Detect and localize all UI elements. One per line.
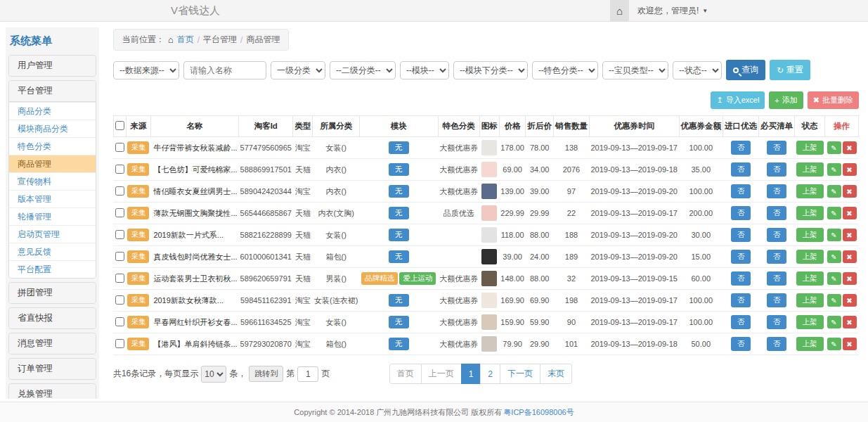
page-button-1[interactable]: 1 bbox=[461, 364, 481, 384]
import-pick-toggle[interactable]: 否 bbox=[731, 141, 751, 155]
import-pick-toggle[interactable]: 否 bbox=[731, 228, 751, 242]
edit-button[interactable]: ✎ bbox=[827, 163, 841, 176]
import-excel-button[interactable]: ↥ 导入excel bbox=[711, 91, 765, 109]
must-buy-toggle[interactable]: 否 bbox=[767, 206, 787, 220]
page-button-上一页[interactable]: 上一页 bbox=[421, 364, 462, 384]
icp-link[interactable]: 粤ICP备16098006号 bbox=[503, 407, 574, 418]
must-buy-toggle[interactable]: 否 bbox=[767, 162, 787, 177]
sidebar-item-兑换管理[interactable]: 兑换管理 bbox=[9, 384, 96, 399]
import-pick-toggle[interactable]: 否 bbox=[731, 337, 751, 351]
status-toggle[interactable]: 上架 bbox=[796, 293, 824, 307]
must-buy-toggle[interactable]: 否 bbox=[767, 271, 787, 286]
delete-button[interactable]: ✖ bbox=[843, 250, 857, 263]
must-buy-toggle[interactable]: 否 bbox=[767, 293, 787, 307]
must-buy-toggle[interactable]: 否 bbox=[767, 184, 787, 198]
sidebar-item-版本管理[interactable]: 版本管理 bbox=[9, 190, 96, 207]
delete-button[interactable]: ✖ bbox=[843, 207, 857, 219]
must-buy-toggle[interactable]: 否 bbox=[767, 228, 787, 242]
sidebar-item-宣传物料[interactable]: 宣传物料 bbox=[9, 172, 96, 190]
page-button-末页[interactable]: 末页 bbox=[540, 364, 572, 384]
page-button-下一页[interactable]: 下一页 bbox=[500, 364, 540, 384]
delete-button[interactable]: ✖ bbox=[843, 141, 857, 154]
delete-button[interactable]: ✖ bbox=[843, 229, 857, 241]
delete-button[interactable]: ✖ bbox=[843, 294, 857, 307]
status-toggle[interactable]: 上架 bbox=[796, 315, 824, 329]
page-button-首页[interactable]: 首页 bbox=[389, 364, 422, 384]
name-search-input[interactable] bbox=[183, 61, 266, 79]
row-checkbox[interactable] bbox=[115, 186, 124, 196]
reset-button[interactable]: ↻ 重置 bbox=[770, 60, 810, 80]
row-checkbox[interactable] bbox=[115, 339, 124, 348]
status-toggle[interactable]: 上架 bbox=[796, 184, 824, 198]
delete-button[interactable]: ✖ bbox=[843, 338, 857, 350]
row-checkbox[interactable] bbox=[115, 208, 124, 217]
status-toggle[interactable]: 上架 bbox=[796, 141, 824, 155]
sidebar-item-轮播管理[interactable]: 轮播管理 bbox=[9, 207, 96, 225]
edit-button[interactable]: ✎ bbox=[827, 185, 841, 198]
import-pick-toggle[interactable]: 否 bbox=[731, 293, 751, 307]
status-select[interactable]: --状态-- bbox=[673, 61, 722, 79]
edit-button[interactable]: ✎ bbox=[827, 250, 841, 263]
row-checkbox[interactable] bbox=[115, 165, 124, 174]
sidebar-item-启动页管理[interactable]: 启动页管理 bbox=[9, 225, 96, 243]
jump-button[interactable]: 跳转到 bbox=[249, 366, 283, 382]
import-pick-toggle[interactable]: 否 bbox=[731, 250, 751, 264]
delete-button[interactable]: ✖ bbox=[843, 316, 857, 328]
status-toggle[interactable]: 上架 bbox=[796, 228, 824, 242]
batch-delete-button[interactable]: ✖ 批量删除 bbox=[808, 91, 859, 109]
page-number-input[interactable] bbox=[297, 366, 318, 382]
status-toggle[interactable]: 上架 bbox=[796, 206, 824, 220]
sidebar-item-消息管理[interactable]: 消息管理 bbox=[9, 333, 96, 354]
edit-button[interactable]: ✎ bbox=[827, 294, 841, 307]
edit-button[interactable]: ✎ bbox=[827, 141, 841, 154]
edit-button[interactable]: ✎ bbox=[827, 272, 841, 285]
row-checkbox[interactable] bbox=[115, 295, 124, 305]
sidebar-item-拼团管理[interactable]: 拼团管理 bbox=[9, 283, 96, 303]
must-buy-toggle[interactable]: 否 bbox=[767, 250, 787, 264]
sidebar-item-商品管理[interactable]: 商品管理 bbox=[9, 155, 96, 172]
sidebar-item-模块商品分类[interactable]: 模块商品分类 bbox=[9, 120, 96, 137]
import-pick-toggle[interactable]: 否 bbox=[731, 184, 751, 198]
level1-category-select[interactable]: 一级分类 bbox=[271, 61, 325, 79]
special-category-select[interactable]: --特色分类-- bbox=[532, 61, 598, 79]
breadcrumb-home-link[interactable]: 首页 bbox=[177, 34, 194, 46]
sidebar-item-订单管理[interactable]: 订单管理 bbox=[9, 359, 96, 379]
row-checkbox[interactable] bbox=[115, 274, 124, 283]
edit-button[interactable]: ✎ bbox=[827, 338, 841, 350]
must-buy-toggle[interactable]: 否 bbox=[767, 141, 787, 155]
import-pick-toggle[interactable]: 否 bbox=[731, 162, 751, 177]
edit-button[interactable]: ✎ bbox=[827, 207, 841, 219]
status-toggle[interactable]: 上架 bbox=[796, 162, 824, 177]
data-source-select[interactable]: --数据来源-- bbox=[113, 61, 179, 79]
sidebar-item-商品分类[interactable]: 商品分类 bbox=[9, 102, 96, 120]
sidebar-item-意见反馈[interactable]: 意见反馈 bbox=[9, 243, 96, 260]
item-type-select[interactable]: --宝贝类型-- bbox=[602, 61, 668, 79]
select-all-checkbox[interactable] bbox=[115, 121, 124, 130]
sidebar-item-特色分类[interactable]: 特色分类 bbox=[9, 137, 96, 155]
page-button-2[interactable]: 2 bbox=[480, 364, 500, 384]
status-toggle[interactable]: 上架 bbox=[796, 250, 824, 264]
home-button[interactable]: ⌂ bbox=[610, 0, 629, 22]
sidebar-item-平台配置[interactable]: 平台配置 bbox=[9, 260, 96, 278]
import-pick-toggle[interactable]: 否 bbox=[731, 206, 751, 220]
row-checkbox[interactable] bbox=[115, 317, 124, 326]
row-checkbox[interactable] bbox=[115, 143, 124, 152]
module-subcategory-select[interactable]: --模块下分类-- bbox=[453, 61, 528, 79]
sidebar-item-省直快报[interactable]: 省直快报 bbox=[9, 308, 96, 328]
add-button[interactable]: + 添加 bbox=[769, 91, 803, 109]
search-button[interactable]: 查询 bbox=[726, 60, 765, 80]
delete-button[interactable]: ✖ bbox=[843, 272, 857, 285]
delete-button[interactable]: ✖ bbox=[843, 163, 857, 176]
sidebar-item-用户管理[interactable]: 用户管理 bbox=[9, 56, 96, 76]
sidebar-item-平台管理[interactable]: 平台管理 bbox=[9, 81, 96, 102]
per-page-select[interactable]: 10 bbox=[201, 366, 226, 383]
row-checkbox[interactable] bbox=[115, 252, 124, 261]
import-pick-toggle[interactable]: 否 bbox=[731, 315, 751, 329]
status-toggle[interactable]: 上架 bbox=[796, 271, 824, 286]
module-select[interactable]: --模块-- bbox=[400, 61, 449, 79]
import-pick-toggle[interactable]: 否 bbox=[731, 271, 751, 286]
must-buy-toggle[interactable]: 否 bbox=[767, 337, 787, 351]
edit-button[interactable]: ✎ bbox=[827, 316, 841, 328]
delete-button[interactable]: ✖ bbox=[843, 185, 857, 198]
must-buy-toggle[interactable]: 否 bbox=[767, 315, 787, 329]
